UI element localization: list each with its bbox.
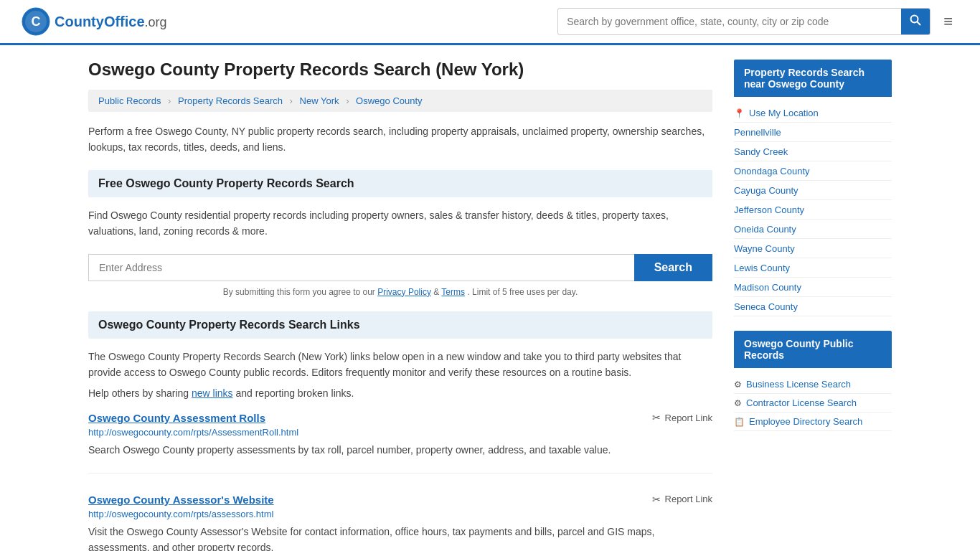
address-input[interactable] bbox=[88, 254, 634, 281]
sidebar-item-onondaga-county: Onondaga County bbox=[734, 161, 892, 181]
link-card-1: Oswego County Assessment Rolls ✂ Report … bbox=[88, 412, 712, 473]
menu-button[interactable]: ≡ bbox=[938, 9, 958, 34]
employee-directory-icon: 📋 bbox=[734, 417, 745, 427]
business-license-link[interactable]: Business License Search bbox=[746, 379, 851, 390]
sidebar-item-jefferson-county: Jefferson County bbox=[734, 200, 892, 220]
address-search-button[interactable]: Search bbox=[634, 254, 712, 281]
sidebar-item-madison-county: Madison County bbox=[734, 278, 892, 297]
intro-text: Perform a free Oswego County, NY public … bbox=[88, 123, 712, 156]
report-icon-2: ✂ bbox=[652, 494, 661, 505]
link-card-2-title[interactable]: Oswego County Assessor's Website bbox=[88, 494, 274, 506]
sidebar-nearby-list: 📍 Use My Location Pennellville Sandy Cre… bbox=[734, 104, 892, 316]
links-section: Oswego County Property Records Search Li… bbox=[88, 311, 712, 551]
sidebar: Property Records Search near Oswego Coun… bbox=[734, 60, 892, 551]
onondaga-county-link[interactable]: Onondaga County bbox=[734, 166, 810, 176]
logo: C CountyOffice.org bbox=[22, 7, 167, 36]
form-disclaimer: By submitting this form you agree to our… bbox=[88, 287, 712, 297]
report-icon-1: ✂ bbox=[652, 412, 661, 423]
madison-county-link[interactable]: Madison County bbox=[734, 282, 801, 293]
report-link-1[interactable]: ✂ Report Link bbox=[652, 412, 712, 423]
report-link-2[interactable]: ✂ Report Link bbox=[652, 494, 712, 505]
svg-line-4 bbox=[918, 22, 921, 26]
svg-point-3 bbox=[911, 16, 918, 23]
contractor-license-link[interactable]: Contractor License Search bbox=[746, 397, 857, 408]
logo-icon: C bbox=[22, 7, 50, 36]
pin-icon: 📍 bbox=[734, 108, 745, 118]
free-search-section: Free Oswego County Property Records Sear… bbox=[88, 170, 712, 297]
sidebar-item-wayne-county: Wayne County bbox=[734, 239, 892, 258]
sidebar-item-employee-directory: 📋 Employee Directory Search bbox=[734, 413, 892, 431]
seneca-county-link[interactable]: Seneca County bbox=[734, 301, 798, 312]
links-section-heading: Oswego County Property Records Search Li… bbox=[88, 311, 712, 339]
logo-text: CountyOffice.org bbox=[55, 14, 167, 30]
link-card-1-url[interactable]: http://oswegocounty.com/rpts/AssessmentR… bbox=[88, 427, 712, 438]
terms-link[interactable]: Terms bbox=[441, 287, 465, 297]
sidebar-item-lewis-county: Lewis County bbox=[734, 258, 892, 278]
free-search-description: Find Oswego County residential property … bbox=[88, 207, 712, 240]
oneida-county-link[interactable]: Oneida County bbox=[734, 224, 796, 235]
jefferson-county-link[interactable]: Jefferson County bbox=[734, 204, 804, 215]
employee-directory-link[interactable]: Employee Directory Search bbox=[749, 416, 862, 427]
sidebar-item-cayuga-county: Cayuga County bbox=[734, 181, 892, 200]
main-container: Oswego County Property Records Search (N… bbox=[67, 45, 913, 551]
sidebar-nearby-heading: Property Records Search near Oswego Coun… bbox=[734, 60, 892, 97]
breadcrumb: Public Records › Property Records Search… bbox=[88, 90, 712, 112]
link-card-1-desc: Search Oswego County property assessment… bbox=[88, 442, 712, 458]
wayne-county-link[interactable]: Wayne County bbox=[734, 243, 795, 254]
link-card-2: Oswego County Assessor's Website ✂ Repor… bbox=[88, 494, 712, 551]
link-card-2-header: Oswego County Assessor's Website ✂ Repor… bbox=[88, 494, 712, 506]
new-links-link[interactable]: new links bbox=[192, 387, 233, 399]
use-my-location-link[interactable]: Use My Location bbox=[749, 108, 819, 118]
business-license-icon: ⚙ bbox=[734, 380, 742, 390]
sidebar-nearby-section: Property Records Search near Oswego Coun… bbox=[734, 60, 892, 316]
contractor-license-icon: ⚙ bbox=[734, 398, 742, 408]
free-search-heading: Free Oswego County Property Records Sear… bbox=[88, 170, 712, 197]
sidebar-item-oneida-county: Oneida County bbox=[734, 220, 892, 239]
link-card-1-title[interactable]: Oswego County Assessment Rolls bbox=[88, 412, 265, 424]
site-header: C CountyOffice.org ≡ bbox=[0, 0, 980, 45]
link-card-2-url[interactable]: http://oswegocounty.com/rpts/assessors.h… bbox=[88, 509, 712, 519]
svg-text:C: C bbox=[32, 14, 41, 29]
breadcrumb-public-records[interactable]: Public Records bbox=[98, 95, 161, 106]
links-description: The Oswego County Property Records Searc… bbox=[88, 349, 712, 381]
sidebar-item-seneca-county: Seneca County bbox=[734, 297, 892, 316]
page-title: Oswego County Property Records Search (N… bbox=[88, 60, 712, 80]
sidebar-use-location[interactable]: 📍 Use My Location bbox=[734, 104, 892, 123]
sidebar-public-records-heading: Oswego County Public Records bbox=[734, 331, 892, 368]
search-icon bbox=[910, 14, 921, 26]
sidebar-item-business-license: ⚙ Business License Search bbox=[734, 375, 892, 394]
content-area: Oswego County Property Records Search (N… bbox=[88, 60, 712, 551]
sandy-creek-link[interactable]: Sandy Creek bbox=[734, 146, 788, 157]
sidebar-item-pennellville: Pennellville bbox=[734, 123, 892, 142]
breadcrumb-property-records-search[interactable]: Property Records Search bbox=[178, 95, 283, 106]
sidebar-item-sandy-creek: Sandy Creek bbox=[734, 142, 892, 161]
sidebar-item-contractor-license: ⚙ Contractor License Search bbox=[734, 394, 892, 413]
sidebar-public-records-section: Oswego County Public Records ⚙ Business … bbox=[734, 331, 892, 431]
header-controls: ≡ bbox=[557, 8, 958, 35]
sidebar-public-records-list: ⚙ Business License Search ⚙ Contractor L… bbox=[734, 375, 892, 431]
privacy-policy-link[interactable]: Privacy Policy bbox=[377, 287, 431, 297]
address-search-form: Search By submitting this form you agree… bbox=[88, 254, 712, 297]
link-card-1-header: Oswego County Assessment Rolls ✂ Report … bbox=[88, 412, 712, 424]
pennellville-link[interactable]: Pennellville bbox=[734, 127, 781, 138]
breadcrumb-new-york[interactable]: New York bbox=[300, 95, 339, 106]
global-search-button[interactable] bbox=[901, 9, 930, 34]
global-search-input[interactable] bbox=[558, 10, 901, 33]
breadcrumb-oswego-county[interactable]: Oswego County bbox=[356, 95, 423, 106]
global-search-bar bbox=[557, 8, 930, 35]
cayuga-county-link[interactable]: Cayuga County bbox=[734, 185, 798, 196]
help-text: Help others by sharing new links and rep… bbox=[88, 387, 712, 399]
lewis-county-link[interactable]: Lewis County bbox=[734, 263, 790, 273]
link-card-2-desc: Visit the Oswego County Assessor's Websi… bbox=[88, 524, 712, 551]
address-input-row: Search bbox=[88, 254, 712, 281]
